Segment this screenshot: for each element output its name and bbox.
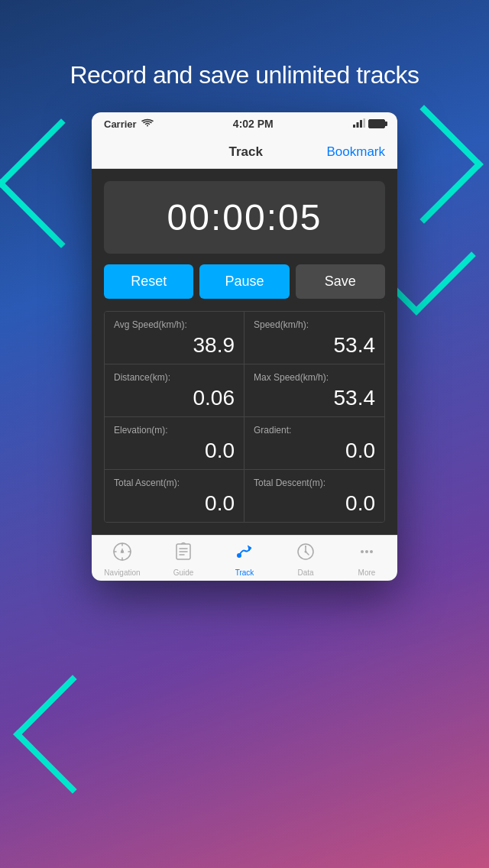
- stat-cell: Max Speed(km/h): 53.4: [244, 364, 384, 417]
- tab-navigation[interactable]: Navigation: [92, 542, 153, 577]
- stat-cell: Gradient: 0.0: [244, 417, 384, 470]
- control-buttons: Reset Pause Save: [104, 264, 385, 299]
- carrier-label: Carrier: [104, 118, 137, 130]
- tab-bar: Navigation Guide Track Data: [92, 535, 397, 581]
- stat-value: 0.0: [114, 491, 235, 516]
- reset-button[interactable]: Reset: [104, 264, 193, 299]
- status-bar: Carrier 4:02 PM: [92, 112, 397, 135]
- navigation-tab-label: Navigation: [104, 568, 140, 577]
- stat-cell: Elevation(m): 0.0: [105, 417, 244, 470]
- more-tab-icon: [357, 542, 377, 566]
- stat-label: Elevation(m):: [114, 425, 235, 436]
- nav-title: Track: [229, 144, 263, 160]
- stat-value: 0.0: [254, 439, 375, 463]
- stat-cell: Speed(km/h): 53.4: [244, 312, 384, 364]
- svg-point-21: [370, 550, 373, 553]
- svg-point-19: [361, 550, 364, 553]
- stat-cell: Total Descent(m): 0.0: [244, 470, 384, 522]
- status-right: [353, 118, 385, 130]
- svg-rect-1: [357, 122, 359, 128]
- stat-label: Total Ascent(m):: [114, 478, 235, 488]
- wifi-icon: [141, 118, 154, 130]
- data-tab-icon: [296, 542, 316, 566]
- stats-grid: Avg Speed(km/h): 38.9 Speed(km/h): 53.4 …: [104, 311, 385, 523]
- svg-marker-18: [305, 545, 306, 547]
- svg-point-20: [365, 550, 368, 553]
- stat-value: 0.0: [114, 439, 235, 463]
- stat-cell: Total Ascent(m): 0.0: [105, 470, 244, 522]
- data-tab-label: Data: [297, 568, 313, 577]
- svg-rect-0: [353, 125, 355, 128]
- stat-value: 38.9: [114, 333, 235, 358]
- svg-rect-2: [360, 120, 362, 128]
- status-left: Carrier: [104, 118, 154, 130]
- stat-label: Speed(km/h):: [254, 319, 375, 330]
- save-button[interactable]: Save: [296, 264, 385, 299]
- phone-frame: Carrier 4:02 PM: [92, 112, 397, 581]
- bookmark-button[interactable]: Bookmark: [326, 144, 385, 160]
- pause-button[interactable]: Pause: [199, 264, 289, 299]
- battery-icon: [368, 119, 385, 128]
- signal-icon: [353, 118, 365, 130]
- timer-text: 00:00:05: [167, 197, 322, 238]
- page-container: Record and save unlimited tracks Carrier…: [0, 0, 489, 868]
- svg-rect-3: [364, 118, 366, 128]
- tab-track[interactable]: Track: [214, 542, 275, 577]
- tab-more[interactable]: More: [336, 542, 397, 577]
- nav-bar: Track Bookmark: [92, 135, 397, 169]
- stat-label: Total Descent(m):: [254, 478, 375, 488]
- stat-cell: Avg Speed(km/h): 38.9: [105, 312, 244, 364]
- stat-label: Avg Speed(km/h):: [114, 319, 235, 330]
- timer-display: 00:00:05: [104, 181, 385, 254]
- stat-value: 0.0: [254, 491, 375, 516]
- tab-guide[interactable]: Guide: [153, 542, 214, 577]
- stat-value: 53.4: [254, 333, 375, 358]
- track-tab-label: Track: [235, 568, 254, 577]
- stat-label: Distance(km):: [114, 372, 235, 383]
- track-tab-icon: [235, 542, 254, 566]
- stat-label: Gradient:: [254, 425, 375, 436]
- stat-value: 53.4: [254, 386, 375, 410]
- tab-data[interactable]: Data: [275, 542, 336, 577]
- hero-title: Record and save unlimited tracks: [70, 61, 419, 89]
- stat-cell: Distance(km): 0.06: [105, 364, 244, 417]
- stat-value: 0.06: [114, 386, 235, 410]
- stat-label: Max Speed(km/h):: [254, 372, 375, 383]
- more-tab-label: More: [358, 568, 376, 577]
- status-time: 4:02 PM: [233, 118, 274, 130]
- guide-tab-label: Guide: [173, 568, 194, 577]
- guide-tab-icon: [173, 542, 193, 566]
- navigation-tab-icon: [112, 542, 132, 566]
- main-content: 00:00:05 Reset Pause Save Avg Speed(km/h…: [92, 169, 397, 535]
